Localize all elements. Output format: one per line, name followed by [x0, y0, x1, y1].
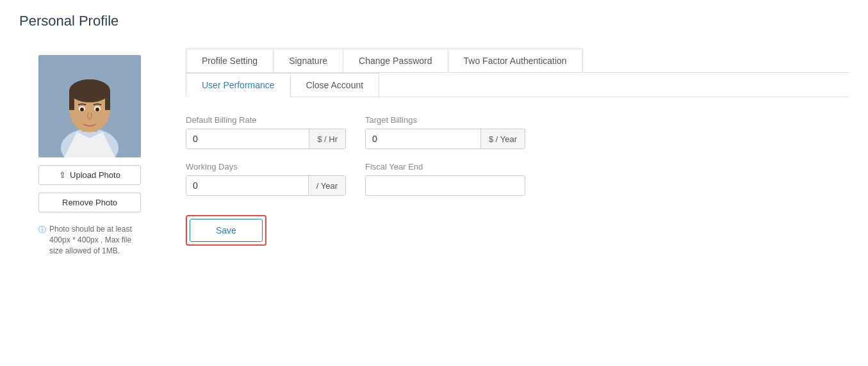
tab-close-account[interactable]: Close Account: [290, 73, 380, 97]
avatar: [38, 55, 141, 157]
upload-photo-label: Upload Photo: [70, 170, 120, 180]
target-billings-suffix: $ / Year: [480, 129, 525, 148]
photo-hint: ⓘ Photo should be at least 400px * 400px…: [38, 224, 141, 256]
billing-rate-input[interactable]: [186, 129, 309, 148]
svg-rect-6: [105, 91, 110, 110]
upload-icon: ⇧: [59, 170, 66, 180]
target-billings-input-group: $ / Year: [365, 129, 525, 149]
tab-two-factor[interactable]: Two Factor Authentication: [448, 49, 583, 73]
tabs-row-1: Profile Setting Signature Change Passwor…: [186, 49, 849, 73]
page-title: Personal Profile: [19, 13, 849, 29]
form-area: Default Billing Rate $ / Hr Target Billi…: [186, 97, 849, 259]
fiscal-year-end-input[interactable]: [365, 175, 525, 196]
target-billings-label: Target Billings: [365, 115, 525, 125]
working-days-group: Working Days / Year: [186, 162, 346, 196]
tabs-container: Profile Setting Signature Change Passwor…: [186, 49, 849, 97]
tab-signature[interactable]: Signature: [273, 49, 343, 73]
fiscal-year-end-group: Fiscal Year End: [365, 162, 525, 196]
svg-point-4: [69, 79, 110, 102]
working-days-input[interactable]: [186, 176, 308, 195]
target-billings-input[interactable]: [366, 129, 480, 148]
billing-row: Default Billing Rate $ / Hr Target Billi…: [186, 115, 849, 149]
billing-rate-suffix: $ / Hr: [309, 129, 345, 148]
remove-photo-label: Remove Photo: [62, 198, 117, 207]
billing-rate-group: Default Billing Rate $ / Hr: [186, 115, 346, 149]
upload-photo-button[interactable]: ⇧ Upload Photo: [38, 165, 141, 185]
tab-profile-setting[interactable]: Profile Setting: [186, 49, 274, 73]
tab-change-password[interactable]: Change Password: [343, 49, 448, 73]
info-icon: ⓘ: [38, 225, 46, 235]
working-days-row: Working Days / Year Fiscal Year End: [186, 162, 849, 196]
svg-point-9: [80, 107, 84, 111]
remove-photo-button[interactable]: Remove Photo: [38, 193, 141, 212]
svg-rect-5: [69, 91, 74, 110]
billing-rate-input-group: $ / Hr: [186, 129, 346, 149]
working-days-input-group: / Year: [186, 175, 346, 196]
working-days-label: Working Days: [186, 162, 346, 171]
save-button[interactable]: Save: [190, 219, 263, 242]
right-panel: Profile Setting Signature Change Passwor…: [186, 49, 849, 259]
svg-point-10: [95, 107, 99, 111]
tab-user-performance[interactable]: User Performance: [186, 73, 291, 97]
billing-rate-label: Default Billing Rate: [186, 115, 346, 125]
fiscal-year-end-label: Fiscal Year End: [365, 162, 525, 171]
target-billings-group: Target Billings $ / Year: [365, 115, 525, 149]
left-panel: ⇧ Upload Photo Remove Photo ⓘ Photo shou…: [19, 49, 160, 256]
working-days-suffix: / Year: [308, 176, 345, 195]
save-button-wrapper: Save: [186, 215, 266, 246]
avatar-image: [38, 55, 141, 157]
main-layout: ⇧ Upload Photo Remove Photo ⓘ Photo shou…: [19, 49, 849, 259]
tabs-row-2: User Performance Close Account: [186, 73, 849, 97]
